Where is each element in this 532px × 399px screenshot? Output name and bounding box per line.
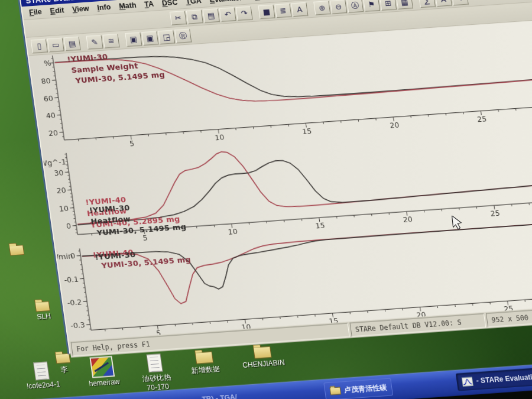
folder-icon bbox=[253, 346, 272, 359]
y-tick-label: 10 bbox=[59, 204, 69, 213]
separator[interactable] bbox=[413, 0, 419, 8]
icon-label: !cofe2o4-1 bbox=[23, 379, 63, 391]
desktop-icon-cofe2o4[interactable]: !cofe2o4-1 bbox=[21, 361, 63, 390]
zoom-out-icon[interactable]: ⊖ bbox=[330, 0, 347, 14]
taskbar-item-label: TB) - TGA/ bbox=[202, 393, 238, 399]
desktop-icon-xinzeng[interactable]: 新增数据 bbox=[185, 351, 225, 376]
toolbar-glyph: ≣ bbox=[280, 7, 287, 15]
zoom-auto-icon[interactable]: Ⓐ bbox=[346, 0, 364, 13]
axis-unit-label: % bbox=[43, 59, 51, 68]
toolbar-glyph: ◲ bbox=[163, 33, 171, 41]
desktop-icon-folder-top[interactable] bbox=[9, 245, 24, 256]
x-tick-label: 10 bbox=[228, 227, 238, 236]
print-preview-icon[interactable]: ◲ bbox=[158, 30, 175, 44]
zoom-in-icon[interactable]: ⊕ bbox=[313, 1, 330, 15]
save-icon[interactable]: ▤ bbox=[64, 36, 81, 51]
toolbar-glyph: ≋ bbox=[108, 37, 115, 45]
toolbar-glyph: Å bbox=[440, 0, 447, 4]
page-r-icon[interactable]: Ⓡ bbox=[174, 28, 192, 43]
desktop-icon-yousha[interactable]: 油砂比热 70-170 bbox=[137, 353, 176, 392]
toolbar-glyph: ⊕ bbox=[318, 4, 326, 12]
curve-annotation: !YUMI-30 bbox=[67, 53, 109, 64]
mouse-cursor bbox=[450, 215, 463, 233]
toolbar-glyph: ▣ bbox=[146, 34, 154, 42]
x-tick-label: 10 bbox=[214, 132, 225, 142]
fill-square-icon[interactable]: ■ bbox=[258, 5, 275, 20]
toolbar-glyph: ✎ bbox=[91, 38, 99, 46]
undo-icon[interactable]: ↶ bbox=[219, 7, 236, 22]
menu-item[interactable]: View bbox=[67, 3, 94, 15]
axis-unit-label: Wg^-1 bbox=[43, 158, 67, 168]
scale-icon[interactable]: ⊞ bbox=[379, 0, 397, 11]
toolbar-glyph: ⊞ bbox=[384, 0, 392, 7]
line-style-icon[interactable]: ≣ bbox=[274, 4, 291, 18]
menu-item[interactable]: File bbox=[24, 7, 47, 18]
y-tick-label: 20 bbox=[48, 128, 59, 138]
desktop-icon-hemeiraw[interactable]: hemeiraw bbox=[84, 356, 121, 388]
toolbar-glyph: ↷ bbox=[241, 9, 248, 18]
taskbar-item-label: 卢茂青活性碳 bbox=[343, 382, 387, 395]
y-tick-label: 60 bbox=[43, 93, 54, 103]
new-icon[interactable]: ▯ bbox=[31, 38, 48, 53]
y-tick-label: 20 bbox=[56, 186, 67, 195]
toolbar-glyph: ▤ bbox=[68, 40, 76, 48]
result-table-icon[interactable]: ▦ bbox=[396, 0, 413, 9]
y-tick-label: -0.3 bbox=[70, 320, 85, 330]
document-icon bbox=[33, 362, 50, 380]
desktop-icon-slh[interactable]: SLH bbox=[35, 301, 52, 321]
copy-icon[interactable]: ⧉ bbox=[186, 9, 203, 24]
toolbar-glyph: ▣ bbox=[129, 35, 138, 43]
menu-item[interactable]: TGA bbox=[181, 0, 206, 7]
x-tick-label: 5 bbox=[142, 233, 148, 242]
toolbar-glyph: ⚑ bbox=[368, 1, 375, 9]
x-tick-label: 25 bbox=[490, 209, 501, 218]
y-tick-label: -0.1 bbox=[63, 274, 79, 284]
toolbar-glyph: ⧉ bbox=[192, 13, 198, 21]
taskbar-item-stare[interactable]: - STARe Evaluation bbox=[456, 364, 532, 391]
cut-icon[interactable]: ✂ bbox=[170, 11, 187, 25]
toolbar-glyph: ▦ bbox=[400, 0, 408, 7]
curve-yumi-30 bbox=[71, 141, 532, 225]
menu-item[interactable]: Info bbox=[92, 1, 115, 13]
curve-pen-icon[interactable]: ✎ bbox=[86, 35, 103, 50]
redo-icon[interactable]: ↷ bbox=[236, 6, 253, 21]
y-tick-label: 80 bbox=[41, 76, 51, 86]
stare-curve-icon bbox=[462, 377, 473, 386]
image-file-icon bbox=[89, 356, 115, 378]
stare-window: STARe Evaluation FileEditViewInfoMathTAD… bbox=[19, 0, 532, 354]
curve-icon[interactable]: ∿ bbox=[452, 0, 469, 5]
taskbar-item-label: - STARe Evaluation bbox=[476, 372, 532, 385]
menu-item[interactable]: DSC bbox=[157, 0, 183, 9]
folder-icon bbox=[194, 351, 213, 364]
x-tick-label: 5 bbox=[129, 139, 135, 148]
sum-icon[interactable]: ∑ bbox=[419, 0, 436, 8]
toolbar-glyph: ∿ bbox=[456, 0, 464, 2]
menu-item[interactable]: Edit bbox=[46, 5, 69, 17]
toolbar-glyph: ▯ bbox=[37, 42, 42, 50]
x-tick-label: 20 bbox=[403, 215, 413, 224]
x-tick-label: 20 bbox=[389, 120, 400, 129]
taskbar-item-tga[interactable]: TB) - TGA/ bbox=[196, 388, 243, 399]
axis-unit-label: 1/min bbox=[56, 251, 73, 261]
text-label-icon[interactable]: A bbox=[291, 2, 308, 17]
menu-item[interactable]: TA bbox=[140, 0, 158, 10]
open-icon[interactable]: ▭ bbox=[47, 37, 64, 52]
x-tick-label: 15 bbox=[301, 126, 312, 136]
desktop-icon-chenjiabin[interactable]: CHENJIABIN bbox=[238, 345, 288, 369]
menu-item[interactable]: Math bbox=[114, 0, 141, 12]
y-tick-label: -0.2 bbox=[67, 297, 82, 307]
toolbar-glyph: ∑ bbox=[424, 0, 430, 5]
toolbar-glyph: ▤ bbox=[207, 12, 215, 20]
flag-icon[interactable]: ⚑ bbox=[363, 0, 380, 12]
y-tick-label: 30 bbox=[54, 168, 64, 177]
document-icon bbox=[146, 353, 163, 372]
folder-icon bbox=[35, 301, 50, 312]
paste-icon[interactable]: ▤ bbox=[203, 8, 220, 23]
normalize-icon[interactable]: Å bbox=[435, 0, 452, 7]
curve-export-icon[interactable]: ≋ bbox=[102, 34, 119, 48]
folder-icon bbox=[329, 387, 341, 395]
taskbar-item-folder[interactable]: 卢茂青活性碳 bbox=[323, 378, 393, 399]
print-icon[interactable]: ▣ bbox=[125, 32, 142, 47]
folder-icon bbox=[9, 245, 24, 256]
print-setup-icon[interactable]: ▣ bbox=[141, 31, 158, 46]
